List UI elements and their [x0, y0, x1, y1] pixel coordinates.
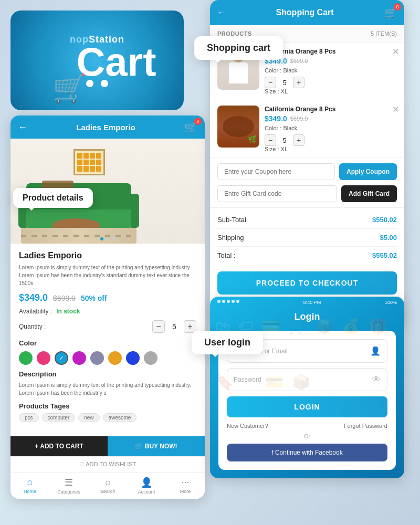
- cart-item-2-name: California Orange 8 Pcs: [265, 106, 397, 113]
- nav-item-more[interactable]: ··· More: [166, 472, 205, 499]
- signal-dot-4: [232, 300, 235, 303]
- quantity-row: Quantity : − 5 +: [19, 320, 196, 333]
- status-time: 8:40 PM: [303, 300, 321, 305]
- cart-item-1-close-button[interactable]: ✕: [392, 47, 399, 57]
- cart-item-2-oldprice: $699.0: [290, 116, 308, 122]
- cart-item-1-qty: − 5 +: [265, 77, 397, 88]
- cart-item-1-qty-value: 5: [280, 79, 289, 87]
- signal-dot-2: [222, 300, 225, 303]
- subtotal-value: $550.02: [372, 216, 397, 224]
- add-to-wishlist-button[interactable]: ♡ ADD TO WISHLIST: [10, 456, 205, 472]
- checkout-button[interactable]: PROCEED TO CHECKOUT: [217, 271, 397, 295]
- nav-item-home[interactable]: ⌂ Home: [10, 472, 49, 499]
- total-divider-1: [217, 228, 397, 229]
- logo-area: nopStation 🛒 Cart: [10, 10, 184, 110]
- quantity-label: Quantity :: [19, 323, 46, 330]
- facebook-login-button[interactable]: f Continue with Facebook: [227, 444, 387, 461]
- nav-item-search[interactable]: ⌕ Search: [88, 472, 127, 499]
- meat-dark: [223, 116, 254, 137]
- logo-wheels: [86, 80, 108, 87]
- login-phone: 8:40 PM 100% 🛍🏷💳🛒 📦💰🎁🔖 🛍💳📦🏷 Login Userna…: [210, 297, 404, 478]
- home-icon: ⌂: [27, 477, 33, 488]
- tag-new[interactable]: new: [78, 413, 99, 422]
- color-swatch-purple[interactable]: [72, 351, 86, 365]
- color-swatch-gray[interactable]: [90, 351, 104, 365]
- price-old: $699.0: [53, 294, 76, 302]
- tag-computer[interactable]: computer: [42, 413, 76, 422]
- shipping-value: $5.00: [380, 234, 397, 242]
- tooltip-user-login: User login: [192, 331, 263, 354]
- cart-totals: Sub-Total $550.02 Shipping $5.00 Total :…: [210, 207, 404, 267]
- cart-header-count: 0: [394, 3, 401, 10]
- nav-label-home: Home: [24, 489, 36, 494]
- color-swatch-blue[interactable]: ✓: [55, 351, 68, 365]
- forgot-password-link[interactable]: Forgot Password: [344, 423, 387, 429]
- cart-back-button[interactable]: ←: [217, 8, 226, 17]
- color-swatch-lightgray[interactable]: [144, 351, 158, 365]
- color-swatch-pink[interactable]: [37, 351, 50, 365]
- user-icon: 👤: [370, 346, 381, 356]
- shipping-label: Shipping: [217, 234, 244, 242]
- cart-item-1-name: California Orange 8 Pcs: [265, 48, 397, 55]
- login-status-bar: 8:40 PM 100%: [210, 297, 404, 307]
- swatch-check-icon: ✓: [59, 354, 64, 362]
- tags-section: Products Tages pcs computer new awesome: [19, 402, 196, 422]
- cart-item-1-increase[interactable]: +: [293, 77, 304, 88]
- cart-header-badge[interactable]: 🛒 0: [384, 6, 397, 19]
- quantity-decrease-button[interactable]: −: [152, 320, 165, 333]
- login-or-divider: Or: [227, 433, 387, 439]
- quantity-increase-button[interactable]: +: [184, 320, 196, 333]
- add-to-cart-button[interactable]: + ADD TO CART: [10, 436, 108, 456]
- coupon-input[interactable]: [217, 163, 335, 180]
- color-swatch-green[interactable]: [19, 351, 33, 365]
- price-discount: 50% off: [81, 294, 107, 302]
- cart-item-1-decrease[interactable]: −: [265, 77, 276, 88]
- giftcard-section: Add Gift Card: [210, 185, 404, 207]
- apply-coupon-button[interactable]: Apply Coupon: [339, 163, 397, 180]
- cart-item-1-size: Size : XL: [265, 88, 397, 94]
- add-giftcard-button[interactable]: Add Gift Card: [341, 185, 397, 202]
- product-phone-header: ← Ladies Emporio 🛒 0: [10, 116, 205, 139]
- product-phone-title: Ladies Emporio: [76, 123, 135, 132]
- subtotal-label: Sub-Total: [217, 216, 246, 224]
- subtotal-row: Sub-Total $550.02: [217, 213, 397, 226]
- cart-item-1-color: Color : Black: [265, 67, 397, 74]
- availability-label: Availability :: [19, 308, 52, 315]
- signal-dot-1: [217, 300, 220, 303]
- tag-awesome[interactable]: awesome: [103, 413, 137, 422]
- product-bottom-nav: ⌂ Home ☰ Categories ⌕ Search 👤 Account ·…: [10, 472, 205, 499]
- coupon-section: Apply Coupon: [210, 158, 404, 185]
- dot-3[interactable]: [112, 237, 115, 240]
- buy-now-button[interactable]: 🛒 BUY NOW!: [108, 436, 205, 456]
- color-swatch-darkblue[interactable]: [126, 351, 140, 365]
- person-body: [229, 62, 248, 83]
- dot-2[interactable]: [106, 237, 109, 240]
- product-description-short: Lorem Ipsum is simply dummy text of the …: [19, 264, 196, 287]
- signal-dot-3: [227, 300, 230, 303]
- nav-label-categories: Categories: [57, 489, 80, 495]
- cart-item-2-increase[interactable]: +: [293, 134, 304, 146]
- password-field[interactable]: Password 👁: [227, 368, 387, 391]
- product-name: Ladies Emporio: [19, 251, 196, 260]
- color-swatches: ✓: [19, 351, 196, 365]
- nav-label-account: Account: [138, 489, 155, 495]
- cart-item-2-decrease[interactable]: −: [265, 134, 276, 146]
- cart-item-2-image: 🌿: [217, 106, 259, 148]
- product-price-row: $349.0 $699.0 50% off: [19, 292, 196, 303]
- quantity-value: 5: [169, 322, 180, 331]
- dot-1[interactable]: [100, 237, 103, 240]
- tag-pcs[interactable]: pcs: [19, 413, 39, 422]
- nav-item-account[interactable]: 👤 Account: [127, 472, 166, 499]
- login-button[interactable]: LOGIN: [227, 396, 387, 417]
- nav-item-categories[interactable]: ☰ Categories: [49, 472, 88, 499]
- giftcard-input[interactable]: [217, 185, 337, 202]
- color-section: Color ✓: [19, 339, 196, 365]
- product-cart-badge[interactable]: 🛒 0: [184, 121, 197, 133]
- categories-icon: ☰: [65, 477, 73, 488]
- cart-item-2-close-button[interactable]: ✕: [392, 104, 399, 114]
- product-back-button[interactable]: ←: [18, 122, 27, 133]
- signal-dots: [217, 300, 239, 305]
- new-customer-link[interactable]: New Customer?: [227, 423, 268, 429]
- tooltip-shopping-cart: Shopping cart: [194, 36, 283, 60]
- color-swatch-yellow[interactable]: [108, 351, 122, 365]
